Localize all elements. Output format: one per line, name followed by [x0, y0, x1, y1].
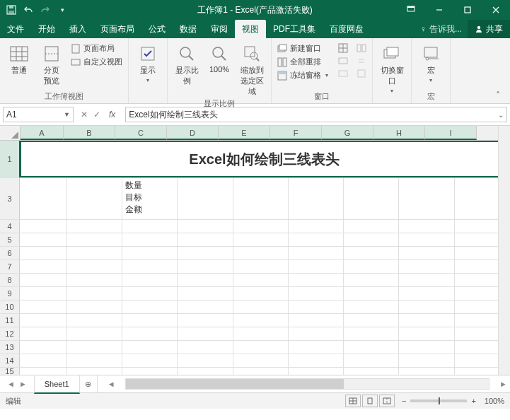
collapse-ribbon-icon[interactable]: ˄	[496, 91, 506, 100]
scroll-left-icon[interactable]: ◄	[108, 380, 115, 388]
tab-pdf-tools[interactable]: PDF工具集	[266, 20, 323, 38]
cell[interactable]	[289, 314, 344, 327]
cell[interactable]	[233, 341, 289, 354]
column-header[interactable]: I	[425, 126, 477, 140]
cell[interactable]	[20, 220, 67, 233]
cell[interactable]	[122, 260, 178, 273]
zoom-selection-button[interactable]: 缩放到 选定区域	[237, 41, 267, 97]
reset-pos-button[interactable]	[355, 68, 368, 79]
cell[interactable]	[399, 368, 454, 375]
row-header[interactable]: 11	[0, 314, 20, 327]
cell[interactable]	[67, 341, 122, 354]
cell[interactable]	[20, 233, 67, 246]
cell[interactable]	[399, 247, 454, 259]
show-button[interactable]: 显示▾	[133, 41, 163, 83]
tab-baidu[interactable]: 百度网盘	[323, 20, 371, 38]
cell[interactable]	[399, 178, 454, 219]
tab-view[interactable]: 视图	[235, 20, 266, 38]
cell[interactable]	[233, 327, 289, 340]
cell[interactable]	[67, 260, 122, 273]
cell[interactable]	[122, 341, 178, 354]
cell[interactable]	[399, 301, 454, 313]
cell[interactable]	[20, 287, 67, 300]
cell[interactable]	[233, 233, 289, 246]
cell[interactable]	[344, 274, 399, 286]
cell[interactable]	[233, 247, 289, 259]
cell[interactable]	[67, 354, 122, 367]
cell[interactable]	[344, 247, 399, 259]
save-icon[interactable]	[6, 4, 17, 16]
spreadsheet-grid[interactable]: ABCDEFGHI 1Excel如何绘制三线表头3数量 目标 金额4567891…	[0, 126, 510, 375]
cell[interactable]	[178, 247, 233, 259]
normal-view-button[interactable]: 普通	[4, 41, 34, 76]
cell[interactable]	[20, 301, 67, 313]
tab-review[interactable]: 审阅	[204, 20, 235, 38]
cell[interactable]	[122, 274, 178, 286]
cell[interactable]	[20, 314, 67, 327]
cell[interactable]	[122, 287, 178, 300]
cell[interactable]	[344, 287, 399, 300]
cell[interactable]	[67, 178, 122, 219]
cell[interactable]	[289, 301, 344, 313]
cell[interactable]	[67, 314, 122, 327]
cell[interactable]	[344, 260, 399, 273]
column-header[interactable]: E	[219, 126, 270, 140]
qat-dropdown-icon[interactable]: ▾	[57, 4, 68, 16]
cell[interactable]	[122, 368, 178, 375]
row-header[interactable]: 15	[0, 368, 20, 375]
cell[interactable]	[67, 368, 122, 375]
freeze-panes-button[interactable]: 冻结窗格▾	[276, 69, 330, 81]
cell[interactable]	[289, 247, 344, 259]
cell[interactable]	[233, 314, 289, 327]
cell[interactable]	[20, 327, 67, 340]
formula-input[interactable]: Excel如何绘制三线表头⌄	[125, 107, 507, 122]
select-all-corner[interactable]	[0, 126, 21, 140]
cell[interactable]	[178, 220, 233, 233]
cell[interactable]	[122, 220, 178, 233]
share-button[interactable]: 共享	[468, 20, 510, 38]
merged-cell[interactable]: Excel如何绘制三线表头	[20, 141, 509, 177]
split-button[interactable]	[337, 42, 349, 54]
cell[interactable]	[233, 301, 289, 313]
cell[interactable]	[344, 368, 399, 375]
tab-insert[interactable]: 插入	[62, 20, 93, 38]
sync-scroll-button[interactable]	[355, 55, 368, 66]
zoom-button[interactable]: 显示比例	[172, 41, 202, 86]
column-header[interactable]: A	[21, 126, 64, 140]
column-header[interactable]: F	[270, 126, 322, 140]
cell[interactable]	[399, 314, 454, 327]
cell[interactable]	[289, 220, 344, 233]
cell[interactable]	[178, 178, 233, 219]
cell[interactable]	[233, 178, 289, 219]
cell[interactable]	[399, 287, 454, 300]
cell[interactable]	[399, 341, 454, 354]
view-normal-icon[interactable]	[345, 395, 361, 407]
macros-button[interactable]: 宏▾	[416, 41, 446, 83]
zoom-slider[interactable]	[410, 399, 467, 402]
cell[interactable]	[289, 178, 344, 219]
column-header[interactable]: H	[373, 126, 425, 140]
zoom-control[interactable]: − + 100%	[402, 397, 504, 405]
custom-view-button[interactable]: 自定义视图	[69, 56, 124, 68]
column-header[interactable]: C	[115, 126, 167, 140]
cell[interactable]	[20, 247, 67, 259]
chevron-down-icon[interactable]: ▼	[64, 111, 70, 118]
cell[interactable]	[344, 178, 399, 219]
row-header[interactable]: 9	[0, 287, 20, 300]
minimize-button[interactable]	[425, 0, 453, 20]
cell[interactable]	[122, 354, 178, 367]
zoom-100-button[interactable]: 100%	[204, 41, 234, 74]
page-break-button[interactable]: 分页 预览	[37, 41, 66, 86]
vertical-scrollbar[interactable]	[498, 126, 510, 375]
arrange-all-button[interactable]: 全部重排	[276, 56, 330, 68]
cell[interactable]	[233, 220, 289, 233]
cell[interactable]	[178, 368, 233, 375]
tell-me[interactable]: ♀告诉我...	[415, 20, 468, 38]
cell[interactable]	[178, 287, 233, 300]
cell[interactable]	[399, 327, 454, 340]
cell[interactable]	[233, 287, 289, 300]
row-header[interactable]: 10	[0, 301, 20, 313]
cell[interactable]	[178, 354, 233, 367]
tab-page-layout[interactable]: 页面布局	[93, 20, 141, 38]
cell[interactable]	[344, 327, 399, 340]
